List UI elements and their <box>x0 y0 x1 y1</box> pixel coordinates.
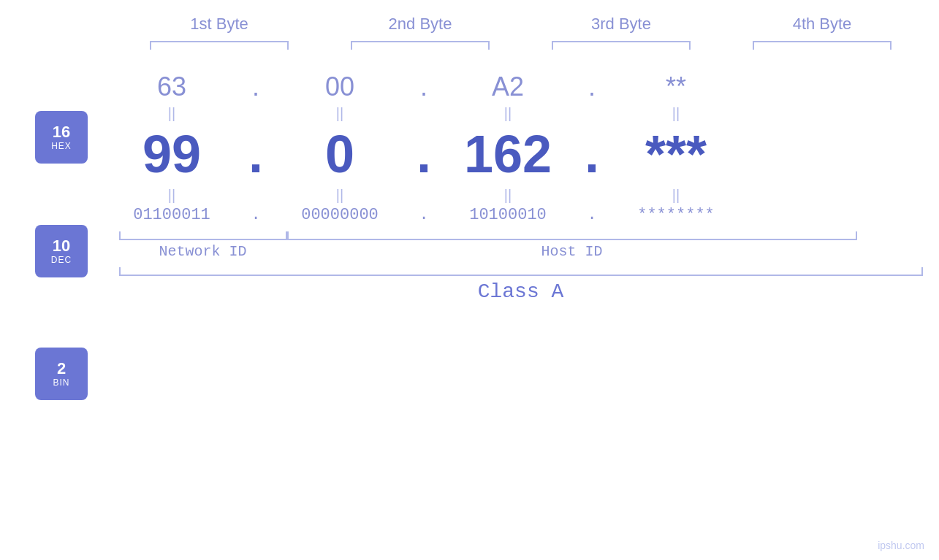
network-bracket <box>119 231 287 240</box>
bin-row: 01100011 . 00000000 . 10100010 . *******… <box>0 206 939 224</box>
equals-row-1: || || || || <box>0 102 939 124</box>
dec-badge-num: 10 <box>53 237 70 255</box>
eq2-b3: || <box>438 187 577 204</box>
dec-b2: 0 <box>270 124 409 184</box>
eq1-b2: || <box>270 105 409 122</box>
network-id-label: Network ID <box>119 243 287 260</box>
host-bracket <box>287 231 857 240</box>
eq1-b4: || <box>607 105 745 122</box>
bin-badge-label: BIN <box>53 377 69 388</box>
hex-dot2: . <box>409 72 438 102</box>
main-container: 16 HEX 10 DEC 2 BIN 1st Byte 2nd Byte 3r… <box>0 0 939 560</box>
byte4-header: 4th Byte <box>749 15 895 34</box>
bin-dot3: . <box>577 206 607 224</box>
dec-b4: *** <box>607 124 745 184</box>
hex-b2: 00 <box>270 72 409 102</box>
bracket-byte4 <box>753 41 892 50</box>
eq1-b3: || <box>438 105 577 122</box>
bin-b2: 00000000 <box>270 206 409 224</box>
hex-b3: A2 <box>438 72 577 102</box>
class-label: Class A <box>119 280 923 303</box>
bin-badge-num: 2 <box>57 360 66 377</box>
hex-dot1: . <box>241 72 270 102</box>
dec-b1: 99 <box>102 124 241 184</box>
bin-dot2: . <box>409 206 438 224</box>
id-label-row: Network ID Host ID <box>119 243 923 260</box>
eq1-b1: || <box>102 105 241 122</box>
bin-dot1: . <box>241 206 270 224</box>
bracket-byte2 <box>351 41 490 50</box>
watermark: ipshu.com <box>878 540 924 551</box>
bottom-bracket-row <box>119 231 923 240</box>
hex-dot3: . <box>577 72 607 102</box>
byte1-header: 1st Byte <box>146 15 292 34</box>
class-bracket <box>119 267 923 276</box>
eq2-b4: || <box>607 187 745 204</box>
dec-dot1: . <box>241 124 270 184</box>
dec-dot3: . <box>577 124 607 184</box>
hex-b1: 63 <box>102 72 241 102</box>
header-row: 1st Byte 2nd Byte 3rd Byte 4th Byte <box>119 15 923 34</box>
hex-b4: ** <box>607 72 745 102</box>
dec-dot2: . <box>409 124 438 184</box>
eq2-b1: || <box>102 187 241 204</box>
top-bracket-row <box>119 41 923 50</box>
bin-b4: ******** <box>607 206 745 224</box>
byte2-header: 2nd Byte <box>347 15 493 34</box>
bin-badge: 2 BIN <box>35 348 88 400</box>
bracket-byte1 <box>150 41 289 50</box>
eq2-b2: || <box>270 187 409 204</box>
bin-b3: 10100010 <box>438 206 577 224</box>
dec-row: 99 . 0 . 162 . *** <box>0 124 939 184</box>
dec-badge-label: DEC <box>51 255 72 265</box>
equals-row-2: || || || || <box>0 184 939 206</box>
bracket-byte3 <box>552 41 691 50</box>
bin-b1: 01100011 <box>102 206 241 224</box>
dec-badge: 10 DEC <box>35 225 88 277</box>
host-id-label: Host ID <box>287 243 857 260</box>
byte3-header: 3rd Byte <box>548 15 694 34</box>
hex-row: 63 . 00 . A2 . ** <box>0 72 939 102</box>
dec-b3: 162 <box>438 124 577 184</box>
